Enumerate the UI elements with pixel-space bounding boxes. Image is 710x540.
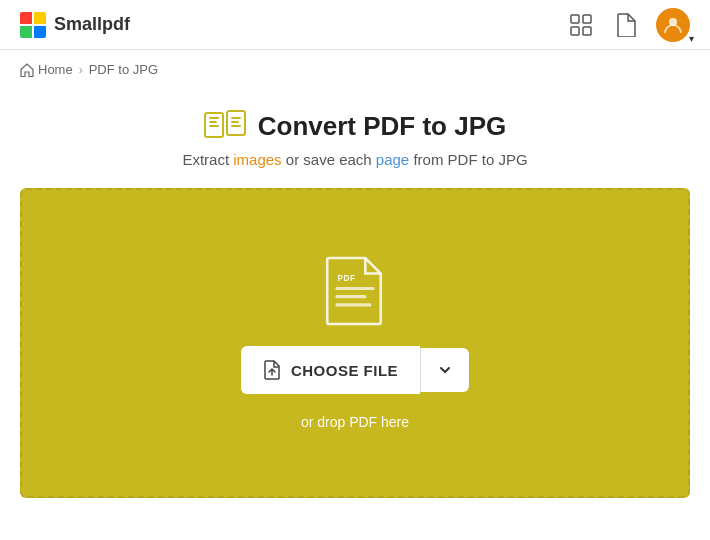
document-icon <box>616 13 636 37</box>
grid-icon-button[interactable] <box>566 10 596 40</box>
document-icon-button[interactable] <box>612 9 640 41</box>
user-avatar[interactable] <box>656 8 690 42</box>
choose-file-dropdown-button[interactable] <box>420 348 469 392</box>
breadcrumb: Home › PDF to JPG <box>0 50 710 89</box>
svg-rect-3 <box>583 27 591 35</box>
subtitle: Extract images or save each page from PD… <box>182 151 527 168</box>
logo-sq-red <box>20 12 32 24</box>
svg-rect-8 <box>209 125 219 127</box>
smallpdf-logo-icon <box>20 12 46 38</box>
breadcrumb-current-page: PDF to JPG <box>89 62 158 77</box>
title-row: Convert PDF to JPG <box>204 109 506 143</box>
svg-text:PDF: PDF <box>338 274 356 283</box>
logo-sq-yellow <box>34 12 46 24</box>
title-area: Convert PDF to JPG Extract images or sav… <box>20 109 690 168</box>
svg-rect-13 <box>335 287 374 290</box>
logo-area: Smallpdf <box>20 12 130 38</box>
svg-rect-14 <box>335 295 366 298</box>
svg-rect-2 <box>571 27 579 35</box>
breadcrumb-home-link[interactable]: Home <box>20 62 73 77</box>
page-title: Convert PDF to JPG <box>258 111 506 142</box>
grid-icon <box>570 14 592 36</box>
pdf-file-icon-area: PDF <box>325 256 385 326</box>
svg-rect-15 <box>335 303 371 306</box>
logo-sq-green <box>20 26 32 38</box>
svg-rect-12 <box>231 125 241 127</box>
subtitle-part3: from PDF to JPG <box>409 151 527 168</box>
svg-rect-1 <box>583 15 591 23</box>
breadcrumb-separator: › <box>79 63 83 77</box>
chevron-down-icon <box>437 362 453 378</box>
logo-sq-blue <box>34 26 46 38</box>
choose-file-container: CHOOSE FILE <box>241 346 469 394</box>
subtitle-part1: Extract <box>182 151 233 168</box>
header-actions <box>566 8 690 42</box>
home-icon <box>20 63 34 77</box>
drop-hint-text: or drop PDF here <box>301 414 409 430</box>
choose-file-button[interactable]: CHOOSE FILE <box>241 346 420 394</box>
logo-text: Smallpdf <box>54 14 130 35</box>
choose-file-label: CHOOSE FILE <box>291 362 398 379</box>
breadcrumb-home-label: Home <box>38 62 73 77</box>
svg-rect-7 <box>209 121 217 123</box>
svg-rect-6 <box>209 117 219 119</box>
main-content: Convert PDF to JPG Extract images or sav… <box>0 89 710 508</box>
svg-rect-11 <box>231 121 239 123</box>
file-upload-icon <box>263 360 281 380</box>
subtitle-part2: or save each <box>282 151 376 168</box>
svg-rect-10 <box>231 117 241 119</box>
pdf-icon: PDF <box>325 256 385 326</box>
subtitle-link-images[interactable]: images <box>233 151 281 168</box>
pdf-to-jpg-icon <box>204 109 246 143</box>
file-drop-zone[interactable]: PDF CHOOSE FILE or drop PDF here <box>20 188 690 498</box>
subtitle-link-page[interactable]: page <box>376 151 409 168</box>
svg-rect-0 <box>571 15 579 23</box>
app-header: Smallpdf <box>0 0 710 50</box>
avatar-icon <box>663 15 683 35</box>
